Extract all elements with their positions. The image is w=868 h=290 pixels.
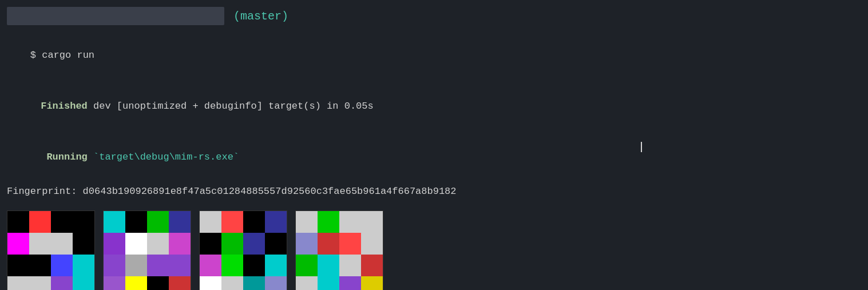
color-cell [265,233,287,255]
color-cell [243,255,265,276]
color-cell [296,276,318,291]
color-cell [104,211,125,233]
color-cell [243,276,265,291]
color-cell [361,233,383,255]
color-cell [104,233,125,255]
color-cell [7,255,29,276]
color-cell [147,211,169,233]
terminal-window: (master) $ cargo run Finished dev [unopt… [0,0,868,290]
finished-line: Finished dev [unoptimized + debuginfo] t… [0,81,868,132]
color-cell [243,233,265,255]
color-grids-container [0,200,868,291]
color-grid-grid3 [199,210,287,291]
color-cell [265,211,287,233]
color-cell [104,255,125,276]
color-cell [221,233,243,255]
running-text: `target\debug\mim-rs.exe` [88,152,239,162]
color-cell [169,276,191,291]
finished-label: Finished [30,98,88,115]
color-cell [104,276,125,291]
color-cell [73,255,94,276]
color-cell [361,255,383,276]
color-cell [169,255,191,276]
color-grid-grid1 [7,210,95,291]
color-cell [361,211,383,233]
running-label: Running [30,149,88,166]
color-cell [318,211,339,233]
color-cell [339,255,361,276]
color-grid-grid2 [103,210,191,291]
title-redacted [7,7,224,25]
color-cell [7,233,29,255]
color-cell [147,233,169,255]
color-cell [265,276,287,291]
color-cell [73,276,94,291]
color-cell [125,233,147,255]
color-cell [73,211,94,233]
color-cell [29,276,51,291]
color-cell [200,211,221,233]
color-cell [221,276,243,291]
title-bar: (master) [0,5,868,30]
color-cell [318,276,339,291]
prompt-symbol: $ cargo run [30,50,94,61]
terminal-cursor [641,142,642,152]
prompt-line: $ cargo run [0,30,868,81]
color-cell [29,233,51,255]
color-cell [200,255,221,276]
fingerprint-line: Fingerprint: d0643b190926891e8f47a5c0128… [0,183,868,200]
color-cell [51,233,73,255]
color-cell [200,233,221,255]
finished-text: dev [unoptimized + debuginfo] target(s) … [88,101,374,112]
color-cell [361,276,383,291]
color-cell [243,211,265,233]
color-cell [265,255,287,276]
color-cell [29,211,51,233]
color-cell [7,211,29,233]
color-cell [221,255,243,276]
color-cell [339,233,361,255]
color-cell [296,255,318,276]
color-cell [318,233,339,255]
color-cell [200,276,221,291]
color-cell [29,255,51,276]
color-cell [318,255,339,276]
color-cell [339,276,361,291]
running-line: Running `target\debug\mim-rs.exe` [0,132,868,183]
branch-label: (master) [233,10,288,23]
color-cell [51,255,73,276]
color-cell [221,211,243,233]
color-grid-grid4 [295,210,383,291]
color-cell [339,211,361,233]
color-cell [169,211,191,233]
color-cell [51,211,73,233]
color-cell [296,233,318,255]
color-cell [169,233,191,255]
color-cell [147,276,169,291]
color-cell [7,276,29,291]
color-cell [51,276,73,291]
color-cell [147,255,169,276]
color-cell [125,255,147,276]
color-cell [125,276,147,291]
color-cell [125,211,147,233]
color-cell [296,211,318,233]
color-cell [73,233,94,255]
